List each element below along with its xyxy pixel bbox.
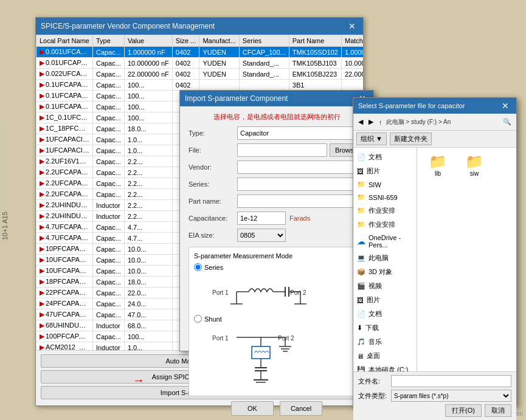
col-value[interactable]: Value	[124, 35, 172, 47]
left-item-desktop[interactable]: 🖥 桌面	[353, 349, 417, 363]
table-cell: ▶1UFCAPACITOR10V0N06...	[36, 145, 93, 156]
table-cell: ▶0.1UFCAPACITOR50V1O...	[36, 91, 93, 102]
col-series[interactable]: Series	[239, 35, 289, 47]
left-item-music[interactable]: 🎵 音乐	[353, 335, 417, 349]
table-row[interactable]: ▶0.001UFCAPACITOR50V5...Capac...1.000000…	[36, 47, 364, 58]
table-cell: 4.7...	[124, 233, 172, 244]
video-icon: 🎬	[357, 282, 365, 290]
table-cell: Capac...	[92, 309, 124, 320]
part-name-label: Part name:	[189, 198, 237, 205]
left-item-siw[interactable]: 📁 SIW	[353, 178, 417, 191]
table-row[interactable]: ▶0.01UFCAPACITOR16V1...Capac...10.000000…	[36, 58, 364, 69]
pictures-icon: 🖼	[357, 168, 364, 175]
left-item-pics[interactable]: 🖼 图片	[353, 293, 417, 307]
part-name-input[interactable]	[237, 195, 365, 208]
file-type-select[interactable]: S-param files (*.s*p)	[391, 390, 511, 402]
3d-icon: 📦	[357, 268, 365, 276]
left-item-work1[interactable]: 📁 作业安排	[353, 204, 417, 218]
work1-folder-icon: 📁	[357, 207, 365, 215]
filename-row: 文件名:	[358, 375, 511, 387]
file-dialog-title: Select S-parameter file for capacitor	[358, 102, 465, 109]
table-cell: Capac...	[92, 255, 124, 266]
table-cell: 68.0...	[124, 320, 172, 331]
nav-path-display: 此电脑 > study (F:) > An	[386, 118, 500, 126]
table-cell: Capac...	[92, 244, 124, 255]
ok-button[interactable]: OK	[231, 401, 274, 416]
col-part-name[interactable]: Part Name	[289, 35, 341, 47]
capacitance-input[interactable]	[237, 212, 286, 225]
table-cell: Capac...	[92, 331, 124, 342]
organize-button[interactable]: 组织 ▼	[356, 133, 387, 145]
vendor-close-button[interactable]: ✕	[346, 21, 358, 31]
left-item-video[interactable]: 🎬 视频	[353, 279, 417, 293]
table-cell: ▶4.7UFCAPACITOR6.3V20...	[36, 222, 93, 233]
table-cell: 47.0...	[124, 309, 172, 320]
series-radio-label: Series	[204, 264, 223, 271]
table-cell: 100...	[124, 112, 172, 123]
file-open-button[interactable]: 打开(O)	[445, 404, 482, 417]
table-cell: TMK105BJ103	[289, 58, 341, 69]
nav-search-button[interactable]: 🔍	[501, 117, 513, 126]
nav-up-button[interactable]: ↑	[377, 118, 384, 126]
file-input[interactable]	[237, 143, 327, 157]
eia-select[interactable]: 0805 0402 0603 1206	[237, 229, 286, 242]
left-item-this-pc[interactable]: 💻 此电脑	[353, 251, 417, 265]
capacitance-label: Capacitance:	[189, 215, 237, 222]
file-item-siw[interactable]: 📁 siw	[456, 150, 493, 180]
file-cancel-button[interactable]: 取消	[485, 404, 511, 417]
series-input[interactable]	[237, 177, 365, 191]
left-item-ssni[interactable]: 📁 SSNI-659	[353, 191, 417, 204]
col-local-part-name[interactable]: Local Part Name	[36, 35, 93, 47]
vendor-window-title: SPICE/S-parameter Vendor Component Manag…	[41, 22, 215, 30]
nav-back-button[interactable]: ◀	[356, 117, 365, 126]
left-item-work2[interactable]: 📁 作业安排	[353, 218, 417, 232]
desktop-icon: 🖥	[357, 353, 364, 360]
left-item-documents[interactable]: 📄 文档	[353, 150, 417, 164]
series-radio[interactable]	[194, 263, 202, 271]
left-item-downloads[interactable]: ⬇ 下载	[353, 321, 417, 335]
table-cell: Capac...	[92, 102, 124, 112]
table-cell: 1.0...	[124, 134, 172, 145]
table-cell: 2.2...	[124, 156, 172, 167]
svg-text:Port 1: Port 1	[212, 289, 229, 296]
table-cell: YUDEN	[199, 69, 239, 80]
col-manuf[interactable]: Manufact...	[199, 35, 239, 47]
drive-c-icon: 💾	[357, 366, 365, 371]
file-type-label: 文件类型:	[358, 391, 389, 401]
left-item-pictures[interactable]: 🖼 图片	[353, 164, 417, 178]
file-name-input[interactable]	[391, 375, 511, 387]
shunt-radio[interactable]	[194, 315, 202, 323]
table-cell: TMK105SD102	[289, 47, 341, 58]
col-size[interactable]: Size ...	[172, 35, 199, 47]
type-label: Type:	[189, 129, 237, 137]
left-item-onedrive[interactable]: ☁ OneDrive - Pers...	[353, 232, 417, 251]
table-cell: Capac...	[92, 80, 124, 91]
table-row[interactable]: ▶0.022UFCAPACITOR16VX...Capac...22.00000…	[36, 69, 364, 80]
nav-forward-button[interactable]: ▶	[367, 117, 375, 126]
cancel-button[interactable]: Cancel	[280, 401, 322, 416]
file-browser-dialog: Select S-parameter file for capacitor ✕ …	[353, 97, 517, 407]
table-row[interactable]: ▶0.1UFCAPACITOR16V1O...Capac...100...040…	[36, 80, 364, 91]
table-cell: 1.0...	[124, 145, 172, 156]
left-item-docs[interactable]: 📄 文档	[353, 307, 417, 321]
table-cell: ▶2.2UHINDUCTOR20M1ASM...	[36, 211, 93, 222]
col-type[interactable]: Type	[92, 35, 124, 47]
table-cell: Capac...	[92, 134, 124, 145]
type-select[interactable]: Capacitor	[237, 126, 365, 140]
file-item-lib[interactable]: 📁 lib	[420, 150, 456, 180]
ssni-folder-icon: 📁	[357, 193, 365, 201]
table-cell: EMK105BJ223	[289, 69, 341, 80]
vendor-input[interactable]	[237, 160, 365, 174]
table-cell: 100...	[124, 91, 172, 102]
table-cell: ▶10UFCAPACITOR10V1O1...	[36, 266, 93, 277]
left-item-3d[interactable]: 📦 3D 对象	[353, 265, 417, 279]
left-item-drive-c[interactable]: 💾 本地磁盘 (C:)	[353, 363, 417, 371]
table-cell: 2.2...	[124, 200, 172, 211]
new-folder-button[interactable]: 新建文件夹	[390, 133, 432, 145]
col-matched-value[interactable]: Matched Value	[341, 35, 363, 47]
table-cell: 1.0...	[124, 342, 172, 351]
table-cell: ▶47UFCAPACITOR10V0NS...	[36, 309, 93, 320]
table-cell: Capac...	[92, 178, 124, 189]
file-dialog-close-button[interactable]: ✕	[499, 101, 511, 111]
pics-icon: 🖼	[357, 297, 364, 304]
